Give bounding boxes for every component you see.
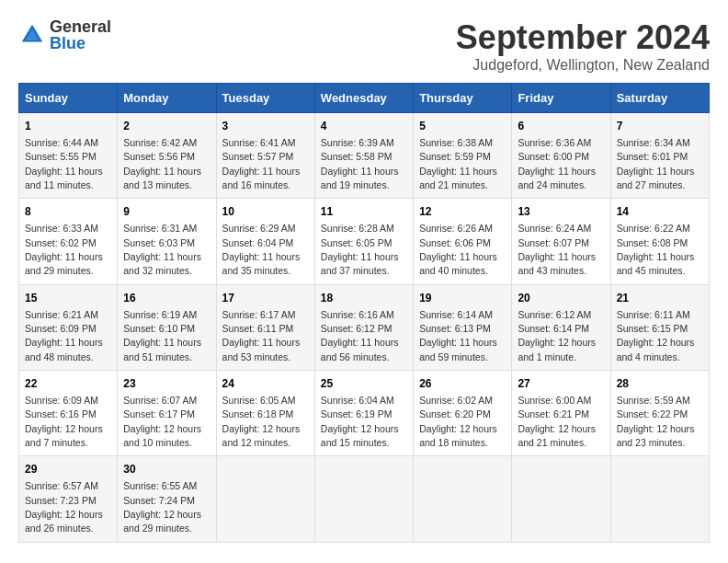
calendar-cell: 20 Sunrise: 6:12 AMSunset: 6:14 PMDaylig… bbox=[512, 284, 610, 370]
day-info: Sunrise: 6:57 AMSunset: 7:23 PMDaylight:… bbox=[25, 480, 103, 534]
day-info: Sunrise: 6:42 AMSunset: 5:56 PMDaylight:… bbox=[123, 137, 201, 190]
calendar-cell: 19 Sunrise: 6:14 AMSunset: 6:13 PMDaylig… bbox=[414, 284, 512, 370]
day-info: Sunrise: 6:04 AMSunset: 6:19 PMDaylight:… bbox=[321, 395, 399, 448]
day-number: 17 bbox=[222, 291, 309, 306]
day-info: Sunrise: 6:19 AMSunset: 6:10 PMDaylight:… bbox=[123, 309, 201, 362]
header-tuesday: Tuesday bbox=[216, 84, 314, 113]
day-number: 4 bbox=[321, 119, 407, 134]
header-monday: Monday bbox=[118, 84, 216, 113]
header-saturday: Saturday bbox=[610, 84, 709, 113]
calendar-cell: 8 Sunrise: 6:33 AMSunset: 6:02 PMDayligh… bbox=[19, 199, 118, 284]
day-number: 6 bbox=[518, 119, 604, 134]
calendar-cell: 27 Sunrise: 6:00 AMSunset: 6:21 PMDaylig… bbox=[512, 371, 610, 456]
day-info: Sunrise: 6:07 AMSunset: 6:17 PMDaylight:… bbox=[123, 395, 201, 448]
day-number: 19 bbox=[419, 291, 506, 306]
day-info: Sunrise: 6:41 AMSunset: 5:57 PMDaylight:… bbox=[222, 137, 301, 190]
day-number: 22 bbox=[25, 376, 111, 392]
day-info: Sunrise: 6:31 AMSunset: 6:03 PMDaylight:… bbox=[123, 223, 201, 276]
calendar-cell: 9 Sunrise: 6:31 AMSunset: 6:03 PMDayligh… bbox=[118, 199, 216, 284]
calendar-header-row: Sunday Monday Tuesday Wednesday Thursday… bbox=[19, 84, 710, 113]
calendar-cell: 26 Sunrise: 6:02 AMSunset: 6:20 PMDaylig… bbox=[414, 371, 512, 456]
day-info: Sunrise: 6:34 AMSunset: 6:01 PMDaylight:… bbox=[617, 137, 695, 190]
day-number: 5 bbox=[419, 119, 506, 134]
day-number: 10 bbox=[222, 204, 309, 220]
day-number: 9 bbox=[123, 204, 210, 220]
day-info: Sunrise: 6:26 AMSunset: 6:06 PMDaylight:… bbox=[419, 223, 497, 276]
day-number: 13 bbox=[518, 204, 604, 220]
day-info: Sunrise: 6:09 AMSunset: 6:16 PMDaylight:… bbox=[25, 395, 103, 448]
title-section: September 2024 Judgeford, Wellington, Ne… bbox=[456, 18, 710, 74]
calendar-week-row: 15 Sunrise: 6:21 AMSunset: 6:09 PMDaylig… bbox=[19, 284, 710, 370]
day-number: 16 bbox=[123, 291, 210, 306]
calendar-cell: 13 Sunrise: 6:24 AMSunset: 6:07 PMDaylig… bbox=[512, 199, 610, 284]
logo-blue-text: Blue bbox=[50, 35, 111, 52]
day-number: 12 bbox=[419, 204, 506, 220]
calendar-cell: 29 Sunrise: 6:57 AMSunset: 7:23 PMDaylig… bbox=[19, 456, 118, 542]
calendar-cell: 10 Sunrise: 6:29 AMSunset: 6:04 PMDaylig… bbox=[216, 199, 314, 284]
day-number: 14 bbox=[617, 204, 703, 220]
day-number: 23 bbox=[123, 376, 210, 392]
calendar-cell bbox=[414, 456, 512, 542]
day-number: 29 bbox=[25, 462, 111, 477]
day-info: Sunrise: 6:21 AMSunset: 6:09 PMDaylight:… bbox=[25, 309, 103, 362]
logo-icon bbox=[18, 21, 46, 49]
day-number: 8 bbox=[25, 204, 111, 220]
day-number: 21 bbox=[617, 291, 703, 306]
day-number: 25 bbox=[321, 376, 407, 392]
day-number: 20 bbox=[518, 291, 604, 306]
day-info: Sunrise: 6:55 AMSunset: 7:24 PMDaylight:… bbox=[123, 480, 201, 534]
day-info: Sunrise: 6:02 AMSunset: 6:20 PMDaylight:… bbox=[419, 395, 497, 448]
day-number: 15 bbox=[25, 291, 111, 306]
day-info: Sunrise: 6:36 AMSunset: 6:00 PMDaylight:… bbox=[518, 137, 596, 190]
day-info: Sunrise: 6:11 AMSunset: 6:15 PMDaylight:… bbox=[617, 309, 695, 362]
day-info: Sunrise: 6:17 AMSunset: 6:11 PMDaylight:… bbox=[222, 309, 301, 362]
calendar-week-row: 8 Sunrise: 6:33 AMSunset: 6:02 PMDayligh… bbox=[19, 199, 710, 284]
calendar-cell bbox=[610, 456, 709, 542]
day-info: Sunrise: 6:12 AMSunset: 6:14 PMDaylight:… bbox=[518, 309, 596, 362]
day-number: 7 bbox=[617, 119, 703, 134]
day-info: Sunrise: 6:29 AMSunset: 6:04 PMDaylight:… bbox=[222, 223, 301, 276]
calendar-cell bbox=[512, 456, 610, 542]
calendar-cell: 3 Sunrise: 6:41 AMSunset: 5:57 PMDayligh… bbox=[216, 113, 314, 199]
calendar-cell: 7 Sunrise: 6:34 AMSunset: 6:01 PMDayligh… bbox=[610, 113, 709, 199]
day-number: 24 bbox=[222, 376, 309, 392]
location: Judgeford, Wellington, New Zealand bbox=[456, 57, 710, 74]
day-number: 2 bbox=[123, 119, 210, 134]
day-info: Sunrise: 6:05 AMSunset: 6:18 PMDaylight:… bbox=[222, 395, 301, 448]
day-number: 3 bbox=[222, 119, 309, 134]
day-info: Sunrise: 5:59 AMSunset: 6:22 PMDaylight:… bbox=[617, 395, 695, 448]
calendar-week-row: 22 Sunrise: 6:09 AMSunset: 6:16 PMDaylig… bbox=[19, 371, 710, 456]
day-info: Sunrise: 6:39 AMSunset: 5:58 PMDaylight:… bbox=[321, 137, 399, 190]
page-header: General Blue September 2024 Judgeford, W… bbox=[18, 18, 710, 74]
calendar-cell: 17 Sunrise: 6:17 AMSunset: 6:11 PMDaylig… bbox=[216, 284, 314, 370]
calendar-cell: 1 Sunrise: 6:44 AMSunset: 5:55 PMDayligh… bbox=[19, 113, 118, 199]
day-number: 11 bbox=[321, 204, 407, 220]
day-info: Sunrise: 6:24 AMSunset: 6:07 PMDaylight:… bbox=[518, 223, 596, 276]
header-sunday: Sunday bbox=[19, 84, 118, 113]
calendar-cell: 18 Sunrise: 6:16 AMSunset: 6:12 PMDaylig… bbox=[314, 284, 413, 370]
calendar-week-row: 1 Sunrise: 6:44 AMSunset: 5:55 PMDayligh… bbox=[19, 113, 710, 199]
day-info: Sunrise: 6:14 AMSunset: 6:13 PMDaylight:… bbox=[419, 309, 497, 362]
calendar-cell: 6 Sunrise: 6:36 AMSunset: 6:00 PMDayligh… bbox=[512, 113, 610, 199]
calendar-cell: 11 Sunrise: 6:28 AMSunset: 6:05 PMDaylig… bbox=[314, 199, 413, 284]
day-info: Sunrise: 6:16 AMSunset: 6:12 PMDaylight:… bbox=[321, 309, 399, 362]
day-info: Sunrise: 6:33 AMSunset: 6:02 PMDaylight:… bbox=[25, 223, 103, 276]
logo-general-text: General bbox=[50, 18, 111, 35]
calendar-cell: 14 Sunrise: 6:22 AMSunset: 6:08 PMDaylig… bbox=[610, 199, 709, 284]
day-number: 18 bbox=[321, 291, 407, 306]
logo: General Blue bbox=[18, 18, 111, 52]
calendar-cell: 25 Sunrise: 6:04 AMSunset: 6:19 PMDaylig… bbox=[314, 371, 413, 456]
day-number: 1 bbox=[25, 119, 111, 134]
day-info: Sunrise: 6:44 AMSunset: 5:55 PMDaylight:… bbox=[25, 137, 103, 190]
calendar-cell: 24 Sunrise: 6:05 AMSunset: 6:18 PMDaylig… bbox=[216, 371, 314, 456]
header-thursday: Thursday bbox=[414, 84, 512, 113]
calendar-cell: 5 Sunrise: 6:38 AMSunset: 5:59 PMDayligh… bbox=[414, 113, 512, 199]
calendar-cell: 28 Sunrise: 5:59 AMSunset: 6:22 PMDaylig… bbox=[610, 371, 709, 456]
calendar-cell: 21 Sunrise: 6:11 AMSunset: 6:15 PMDaylig… bbox=[610, 284, 709, 370]
day-info: Sunrise: 6:28 AMSunset: 6:05 PMDaylight:… bbox=[321, 223, 399, 276]
calendar-cell: 22 Sunrise: 6:09 AMSunset: 6:16 PMDaylig… bbox=[19, 371, 118, 456]
day-number: 27 bbox=[518, 376, 604, 392]
day-info: Sunrise: 6:00 AMSunset: 6:21 PMDaylight:… bbox=[518, 395, 596, 448]
calendar-cell: 2 Sunrise: 6:42 AMSunset: 5:56 PMDayligh… bbox=[118, 113, 216, 199]
calendar-cell: 4 Sunrise: 6:39 AMSunset: 5:58 PMDayligh… bbox=[314, 113, 413, 199]
